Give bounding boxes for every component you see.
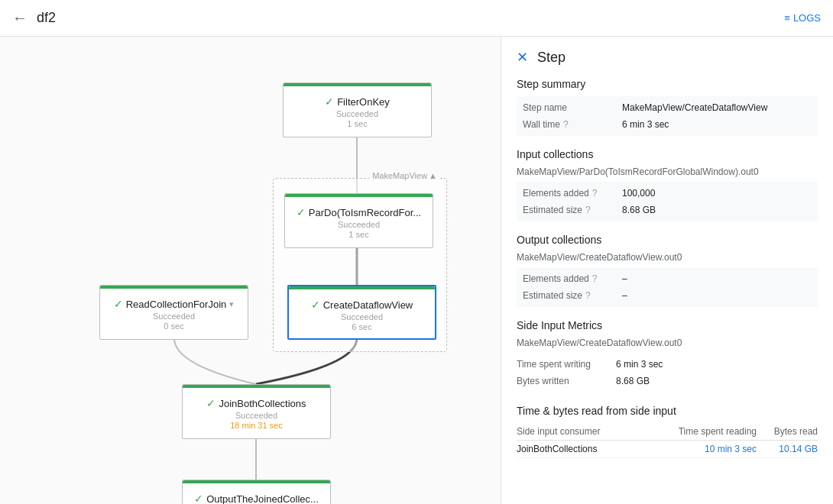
check-icon: ✓ bbox=[311, 299, 320, 311]
back-button[interactable]: ← bbox=[12, 9, 28, 27]
panel-title: Step bbox=[537, 50, 566, 66]
time-bytes-table: Side input consumer Time spent reading B… bbox=[517, 423, 818, 458]
col-bytes-header: Bytes read bbox=[757, 426, 818, 437]
panel-header: ✕ Step bbox=[517, 49, 818, 66]
output-elements-added-row: Elements added ? – bbox=[523, 270, 812, 287]
group-label: MakeMapView ▲ bbox=[369, 171, 440, 180]
side-input-collection-name: MakeMapView/CreateDataflowView.out0 bbox=[517, 338, 818, 348]
expand-icon[interactable]: ▾ bbox=[229, 299, 234, 309]
consumer-value: JoinBothCollections bbox=[517, 444, 665, 454]
col-reading-header: Time spent reading bbox=[665, 426, 757, 437]
time-spent-writing-row: Time spent writing 6 min 3 sec bbox=[517, 356, 818, 373]
step-name-value: MakeMapView/CreateDataflowView bbox=[622, 102, 767, 113]
node-time: 1 sec bbox=[348, 230, 368, 239]
node-status-bar bbox=[183, 385, 330, 388]
table-row: JoinBothCollections 10 min 3 sec 10.14 G… bbox=[517, 441, 818, 458]
node-name: ✓ OutputTheJoinedCollec... bbox=[194, 493, 319, 504]
side-input-metrics-title: Side Input Metrics bbox=[517, 319, 818, 331]
table-header: Side input consumer Time spent reading B… bbox=[517, 423, 818, 441]
check-icon: ✓ bbox=[297, 206, 306, 218]
node-time: 6 sec bbox=[352, 322, 371, 331]
output-collections-title: Output collections bbox=[517, 234, 818, 246]
elements-added-value: 100,000 bbox=[622, 188, 655, 199]
output-estimated-size-value: – bbox=[622, 290, 627, 301]
output-estimated-size-help-icon[interactable]: ? bbox=[585, 290, 591, 301]
step-name-row: Step name MakeMapView/CreateDataflowView bbox=[523, 99, 812, 116]
close-button[interactable]: ✕ bbox=[517, 49, 528, 66]
node-time: 18 min 31 sec bbox=[230, 421, 282, 430]
right-panel: ✕ Step Step summary Step name MakeMapVie… bbox=[501, 37, 833, 504]
node-join-both-collections[interactable]: ✓ JoinBothCollections Succeeded 18 min 3… bbox=[182, 384, 331, 439]
step-name-label: Step name bbox=[523, 102, 622, 113]
node-status: Succeeded bbox=[153, 312, 195, 321]
node-output-joined[interactable]: ✓ OutputTheJoinedCollec... Succeeded 18 … bbox=[182, 480, 331, 504]
node-create-dataflow-view[interactable]: ✓ CreateDataflowView Succeeded 6 sec bbox=[287, 285, 436, 340]
elements-added-label: Elements added ? bbox=[523, 188, 622, 199]
node-status-bar bbox=[284, 83, 431, 86]
node-name: ✓ ReadCollectionForJoin ▾ bbox=[114, 298, 235, 310]
check-icon: ✓ bbox=[194, 493, 203, 504]
step-summary-title: Step summary bbox=[517, 78, 818, 90]
check-icon: ✓ bbox=[206, 397, 216, 409]
node-name: ✓ JoinBothCollections bbox=[206, 397, 306, 409]
node-time: 1 sec bbox=[347, 119, 367, 128]
graph-panel[interactable]: MakeMapView ▲ ✓ FilterOnKey Succeeded 1 … bbox=[0, 37, 501, 504]
node-status-bar bbox=[289, 286, 435, 289]
main-layout: MakeMapView ▲ ✓ FilterOnKey Succeeded 1 … bbox=[0, 37, 833, 504]
estimated-size-help-icon[interactable]: ? bbox=[585, 205, 591, 215]
node-status-bar bbox=[183, 480, 330, 483]
col-consumer-header: Side input consumer bbox=[517, 426, 665, 437]
header: ← df2 ≡ LOGS bbox=[0, 0, 833, 37]
time-spent-writing-label: Time spent writing bbox=[517, 359, 616, 370]
elements-added-row: Elements added ? 100,000 bbox=[523, 185, 812, 202]
check-icon: ✓ bbox=[325, 95, 334, 108]
bytes-value: 10.14 GB bbox=[757, 444, 818, 454]
node-status-bar bbox=[100, 286, 248, 289]
output-elements-added-value: – bbox=[622, 273, 627, 284]
wall-time-row: Wall time ? 6 min 3 sec bbox=[523, 116, 812, 133]
node-pardo[interactable]: ✓ ParDo(ToIsmRecordFor... Succeeded 1 se… bbox=[284, 193, 433, 248]
node-name: ✓ FilterOnKey bbox=[325, 95, 390, 108]
wall-time-help-icon[interactable]: ? bbox=[563, 119, 569, 130]
output-estimated-size-label: Estimated size ? bbox=[523, 290, 622, 301]
output-estimated-size-row: Estimated size ? – bbox=[523, 287, 812, 304]
check-icon: ✓ bbox=[114, 298, 123, 310]
bytes-written-row: Bytes written 8.68 GB bbox=[517, 373, 818, 389]
output-collection-name: MakeMapView/CreateDataflowView.out0 bbox=[517, 252, 818, 263]
logs-button[interactable]: ≡ LOGS bbox=[784, 12, 821, 24]
node-name: ✓ CreateDataflowView bbox=[311, 299, 413, 311]
wall-time-value: 6 min 3 sec bbox=[622, 119, 669, 130]
collapse-icon[interactable]: ▲ bbox=[429, 171, 437, 180]
elements-added-help-icon[interactable]: ? bbox=[592, 188, 598, 199]
bytes-written-label: Bytes written bbox=[517, 376, 616, 386]
node-status: Succeeded bbox=[336, 109, 378, 118]
estimated-size-row: Estimated size ? 8.68 GB bbox=[523, 202, 812, 218]
node-name: ✓ ParDo(ToIsmRecordFor... bbox=[297, 206, 421, 218]
estimated-size-label: Estimated size ? bbox=[523, 205, 622, 215]
wall-time-label: Wall time ? bbox=[523, 119, 622, 130]
node-read-collection-for-join[interactable]: ✓ ReadCollectionForJoin ▾ Succeeded 0 se… bbox=[99, 285, 248, 340]
output-elements-added-label: Elements added ? bbox=[523, 273, 622, 284]
time-spent-writing-value: 6 min 3 sec bbox=[616, 359, 663, 370]
logs-icon: ≡ bbox=[784, 12, 790, 24]
page-title: df2 bbox=[37, 10, 784, 26]
graph-canvas[interactable]: MakeMapView ▲ ✓ FilterOnKey Succeeded 1 … bbox=[0, 37, 501, 504]
node-time: 0 sec bbox=[164, 321, 183, 331]
time-bytes-title: Time & bytes read from side input bbox=[517, 405, 818, 417]
node-filter-on-key[interactable]: ✓ FilterOnKey Succeeded 1 sec bbox=[283, 82, 432, 137]
node-status: Succeeded bbox=[338, 220, 380, 229]
input-collection-name: MakeMapView/ParDo(ToIsmRecordForGlobalWi… bbox=[517, 166, 818, 177]
input-collections-title: Input collections bbox=[517, 148, 818, 160]
node-status-bar bbox=[285, 194, 433, 197]
node-status: Succeeded bbox=[235, 411, 277, 420]
estimated-size-value: 8.68 GB bbox=[622, 205, 656, 215]
output-elements-help-icon[interactable]: ? bbox=[592, 273, 598, 284]
node-status: Succeeded bbox=[341, 312, 383, 321]
bytes-written-value: 8.68 GB bbox=[616, 376, 650, 386]
reading-value: 10 min 3 sec bbox=[665, 444, 757, 454]
